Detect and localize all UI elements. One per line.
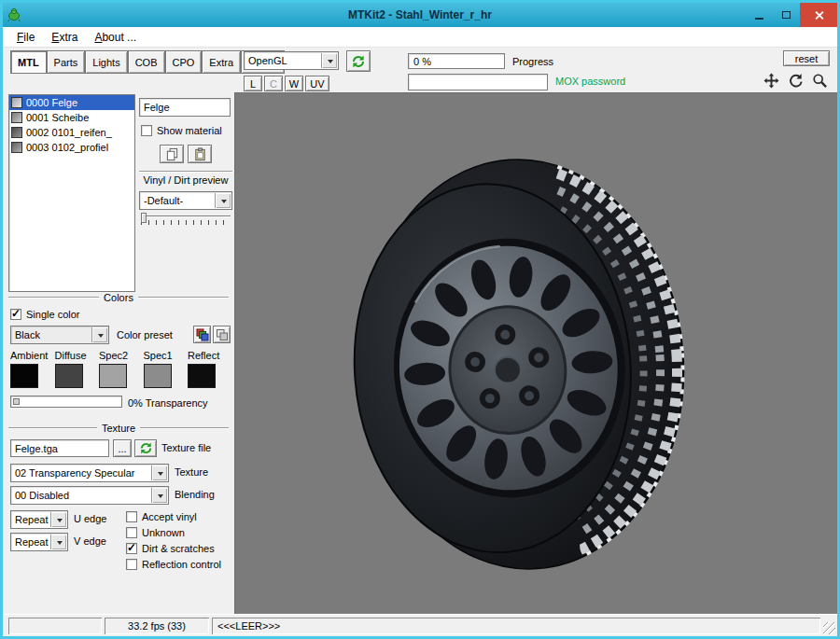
gray-layers-icon (216, 328, 229, 341)
material-name-input[interactable] (139, 98, 231, 117)
reflect-color-swatch[interactable] (188, 364, 216, 388)
divider (139, 171, 232, 173)
single-color-checkbox[interactable] (10, 309, 21, 320)
copy-material-button[interactable] (160, 145, 184, 163)
menu-item-about[interactable]: About ... (86, 29, 145, 46)
texture-browse-button[interactable]: ... (113, 439, 132, 457)
zoom-tool-icon[interactable] (812, 73, 828, 89)
progress-bar: 0 % (408, 53, 505, 69)
vinyl-dirt-preview-select[interactable]: -Default- (139, 191, 232, 210)
color-preset-select[interactable]: Black (10, 326, 109, 344)
show-material-checkbox[interactable] (141, 125, 152, 136)
v-edge-select[interactable]: Repeat (10, 533, 68, 551)
status-bar: 33.2 fps (33) <<<LEER>>> (3, 614, 837, 636)
list-item[interactable]: 0003 0102_profiel (9, 140, 134, 155)
mox-password-label: MOX password (555, 76, 625, 87)
tab-extra[interactable]: Extra (202, 50, 241, 74)
swatch-label: Ambient (10, 350, 51, 361)
wheel-3d-render (235, 93, 837, 614)
preview-slider[interactable] (141, 215, 231, 229)
menu-item-file[interactable]: File (8, 29, 43, 46)
rotate-tool-icon[interactable] (788, 73, 804, 89)
clipboard-buttons (160, 145, 212, 163)
maximize-icon (782, 11, 791, 19)
toolbar: MTL Parts Lights COB CPO Extra Brows Ope… (3, 48, 837, 92)
dirt-scratches-checkbox[interactable] (126, 543, 137, 554)
view-mode-buttons: L C W UV (244, 76, 329, 91)
viewport-3d[interactable] (234, 92, 837, 614)
preview-slider-thumb[interactable] (141, 213, 147, 223)
mox-password-input[interactable] (408, 74, 548, 90)
status-fps: 33.2 fps (33) (105, 618, 209, 634)
pan-tool-icon[interactable] (763, 73, 779, 89)
menu-item-extra[interactable]: Extra (43, 29, 86, 46)
transparency-slider-thumb[interactable] (13, 398, 20, 405)
tab-lights[interactable]: Lights (85, 50, 127, 74)
wireframe-mode-button[interactable]: W (285, 76, 303, 91)
tab-cob[interactable]: COB (128, 50, 165, 74)
texture-refresh-button[interactable] (134, 439, 157, 457)
light-mode-button[interactable]: L (244, 76, 262, 91)
list-item[interactable]: 0000 Felge (9, 95, 134, 110)
swatch-label: Reflect (188, 350, 229, 361)
main-area: 0000 Felge 0001 Scheibe 0002 0101_reifen… (3, 92, 837, 614)
tab-parts[interactable]: Parts (47, 50, 86, 74)
renderer-refresh-button[interactable] (346, 50, 371, 72)
renderer-select[interactable]: OpenGL (244, 51, 339, 70)
status-message: <<<LEER>>> (212, 618, 820, 634)
window-title: MTKit2 - Stahl_Winter_r_hr (3, 8, 837, 21)
paste-colors-button[interactable] (213, 326, 231, 343)
copy-icon (165, 147, 179, 161)
show-material-checkbox-row: Show material (141, 125, 222, 136)
close-button[interactable] (800, 3, 837, 27)
texture-mode-label: Texture (175, 466, 208, 478)
app-window: MTKit2 - Stahl_Winter_r_hr File Extra Ab… (0, 0, 840, 639)
unknown-checkbox[interactable] (126, 527, 137, 538)
u-edge-select[interactable]: Repeat (10, 510, 68, 529)
caption-buttons (746, 3, 837, 27)
reflection-control-checkbox-row: Reflection control (126, 559, 221, 570)
color-mode-button[interactable]: C (264, 76, 283, 91)
progress-label: Progress (512, 56, 553, 67)
copy-colors-button[interactable] (193, 326, 211, 343)
ambient-color-swatch[interactable] (10, 364, 38, 388)
close-icon (814, 10, 824, 21)
diffuse-color-swatch[interactable] (55, 364, 83, 388)
spec2-color-swatch[interactable] (99, 364, 127, 388)
transparency-slider[interactable] (10, 396, 122, 408)
texture-mode-select[interactable]: 02 Transparency Specular (10, 464, 169, 482)
refresh-icon (351, 54, 366, 69)
maximize-button[interactable] (773, 3, 800, 27)
color-preset-label: Color preset (117, 329, 173, 340)
list-item[interactable]: 0002 0101_reifen_ (9, 125, 134, 140)
tab-mtl[interactable]: MTL (10, 50, 47, 74)
dirt-scratches-checkbox-row: Dirt & scratches (126, 543, 215, 554)
spec1-color-swatch[interactable] (144, 364, 172, 388)
tab-cpo[interactable]: CPO (165, 50, 203, 74)
texture-file-input[interactable] (10, 439, 109, 457)
blending-label: Blending (175, 489, 215, 500)
reset-view-button[interactable]: reset (783, 50, 830, 66)
material-thumbnail-icon (11, 97, 22, 108)
minimize-button[interactable] (746, 3, 773, 27)
material-thumbnail-icon (11, 142, 22, 153)
single-color-checkbox-row: Single color (10, 309, 79, 320)
unknown-checkbox-row: Unknown (126, 527, 185, 538)
blending-select[interactable]: 00 Disabled (10, 486, 169, 505)
list-item[interactable]: 0001 Scheibe (9, 110, 134, 125)
titlebar[interactable]: MTKit2 - Stahl_Winter_r_hr (3, 3, 837, 27)
uv-mode-button[interactable]: UV (305, 76, 329, 91)
refresh-icon (139, 441, 153, 455)
resize-grip[interactable] (823, 622, 835, 634)
reflection-control-checkbox[interactable] (126, 559, 137, 570)
material-list[interactable]: 0000 Felge 0001 Scheibe 0002 0101_reifen… (8, 94, 135, 292)
transparency-label: 0% Transparency (128, 397, 208, 409)
texture-section-header: Texture (8, 423, 229, 434)
material-color-swatches: Ambient Diffuse Spec2 Spec1 Reflect (10, 350, 229, 388)
vinyl-dirt-preview-label: Vinyl / Dirt preview (139, 174, 232, 186)
minimize-icon (755, 18, 763, 20)
paste-material-button[interactable] (188, 145, 212, 163)
material-thumbnail-icon (11, 112, 22, 123)
viewport-tools (763, 73, 828, 89)
accept-vinyl-checkbox[interactable] (126, 511, 137, 522)
